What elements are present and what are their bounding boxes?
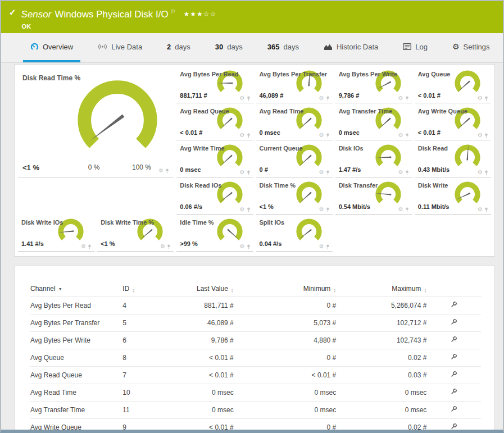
channel-row[interactable]: Avg Bytes Per Write 6 9,786 # 4,880 # 10… (30, 332, 481, 349)
tab-365-days[interactable]: 365days (260, 33, 306, 62)
gear-icon[interactable]: ⚙ (398, 95, 403, 101)
column-header-maximum[interactable]: Maximum▲▼ (336, 282, 426, 297)
tab-settings[interactable]: ⚙Settings (445, 33, 497, 62)
tab-historic-data[interactable]: Historic Data (316, 33, 385, 62)
gear-icon[interactable]: ⚙ (478, 133, 483, 138)
pin-icon[interactable] (484, 133, 488, 138)
gear-icon[interactable]: ⚙ (319, 207, 324, 212)
channel-row[interactable]: Avg Read Queue 7 < 0.01 # < 0.01 # 0.03 … (30, 367, 481, 384)
gauge-cell[interactable]: Disk Write Time % <1 % ⚙ (97, 215, 174, 252)
tab-30-days[interactable]: 30days (208, 33, 250, 62)
channel-row[interactable]: Avg Transfer Time 11 0 msec 0 msec 0 mse… (30, 402, 481, 419)
column-header-minimum[interactable]: Minimum▲▼ (234, 282, 337, 297)
gear-icon[interactable]: ⚙ (478, 207, 483, 212)
pin-icon[interactable] (326, 133, 330, 138)
gauge-title: Avg Read Queue (180, 108, 229, 115)
column-header-last-value[interactable]: Last Value▲▼ (160, 282, 234, 297)
channel-settings-wrench-icon[interactable] (450, 318, 457, 326)
gear-icon[interactable]: ⚙ (240, 170, 245, 175)
gauge-cell[interactable]: Disk Write 0.11 Mbit/s ⚙ (415, 177, 491, 215)
gear-icon[interactable]: ⚙ (398, 170, 403, 175)
gear-icon[interactable]: ⚙ (398, 207, 403, 212)
pin-icon[interactable] (247, 133, 251, 138)
prtg-window: ✓ SensorWindows Physical Disk I/O⚐★★★☆☆ … (0, 0, 504, 433)
gear-icon[interactable]: ⚙ (160, 244, 165, 249)
channel-settings-wrench-icon[interactable] (450, 336, 457, 343)
gear-icon[interactable]: ⚙ (319, 95, 324, 101)
gear-icon[interactable]: ⚙ (240, 244, 245, 249)
tab-overview[interactable]: Overview (23, 33, 80, 62)
gauge-cell[interactable]: Avg Write Time 0 msec ⚙ (176, 140, 253, 177)
gauge-cell[interactable]: Avg Bytes Per Transfer 46,089 # ⚙ (256, 66, 333, 103)
pin-icon[interactable] (247, 170, 251, 175)
gear-icon[interactable]: ⚙ (240, 207, 245, 212)
gear-icon[interactable]: ⚙ (158, 168, 164, 174)
gear-icon[interactable]: ⚙ (81, 244, 86, 249)
gauges-panel: Disk Read Time % 0 % 100 % <1 % ⚙ Avg By… (14, 64, 495, 257)
channel-row[interactable]: Avg Read Time 10 0 msec 0 msec 0 msec (30, 384, 481, 402)
gauge-cell[interactable]: Avg Bytes Per Read 881,711 # ⚙ (176, 66, 253, 103)
gear-icon[interactable]: ⚙ (319, 244, 324, 249)
channel-settings-wrench-icon[interactable] (450, 405, 457, 413)
gear-icon[interactable]: ⚙ (398, 133, 403, 138)
pin-icon[interactable] (326, 96, 330, 101)
gauge-cell[interactable]: Disk Write IOs 1.41 #/s ⚙ (18, 215, 94, 252)
channel-row[interactable]: Avg Bytes Per Read 4 881,711 # 0 # 5,266… (30, 297, 481, 315)
gauge-cell[interactable]: Disk Read IOs 0.06 #/s ⚙ (176, 177, 253, 215)
pin-icon[interactable] (484, 170, 488, 175)
gauge-main[interactable]: Disk Read Time % 0 % 100 % <1 % ⚙ (18, 66, 174, 177)
channel-minimum: 0 # (234, 419, 337, 430)
gear-icon[interactable]: ⚙ (478, 95, 483, 101)
gauge-cell[interactable]: Disk Read 0.43 Mbit/s ⚙ (415, 140, 491, 177)
gauge-cell[interactable]: Current Queue 0 # ⚙ (256, 140, 333, 177)
gear-icon[interactable]: ⚙ (240, 95, 245, 101)
gauge-cell[interactable]: Avg Queue < 0.01 # ⚙ (415, 66, 491, 103)
channel-settings-wrench-icon[interactable] (450, 371, 457, 378)
pin-icon[interactable] (165, 168, 169, 174)
pin-icon[interactable] (326, 170, 330, 175)
channel-row[interactable]: Avg Queue 8 < 0.01 # 0 # 0.02 # (30, 349, 481, 367)
channel-row[interactable]: Avg Write Queue 9 < 0.01 # 0 # 0.02 # (30, 419, 481, 430)
column-header-id[interactable]: ID▲▼ (122, 282, 160, 297)
gauge-cell[interactable]: Disk IOs 1.47 #/s ⚙ (335, 140, 412, 177)
tab-live-data[interactable]: Live Data (90, 33, 149, 62)
gear-icon[interactable]: ⚙ (240, 133, 245, 138)
gauge-cell[interactable]: Avg Write Queue < 0.01 # ⚙ (415, 103, 491, 140)
pin-icon[interactable] (247, 244, 251, 249)
gauge-cell[interactable]: Avg Read Time 0 msec ⚙ (256, 103, 333, 140)
gauge-cell[interactable]: Avg Read Queue < 0.01 # ⚙ (176, 103, 253, 140)
pin-icon[interactable] (326, 207, 330, 212)
pin-icon[interactable] (405, 170, 409, 175)
gauge-cell[interactable]: Disk Time % <1 % ⚙ (256, 177, 333, 215)
pin-icon[interactable] (405, 133, 409, 138)
tab-log[interactable]: Log (396, 33, 435, 62)
tab-2-days[interactable]: 2days (160, 33, 198, 62)
pin-icon[interactable] (326, 244, 330, 249)
gear-icon[interactable]: ⚙ (319, 170, 324, 175)
pin-icon[interactable] (405, 96, 409, 101)
channel-settings-wrench-icon[interactable] (450, 301, 457, 308)
pin-icon[interactable] (247, 207, 251, 212)
gauge-cell[interactable]: Avg Bytes Per Write 9,786 # ⚙ (335, 66, 412, 103)
gauge-cell[interactable]: Avg Transfer Time 0 msec ⚙ (335, 103, 412, 140)
gauge-cell[interactable]: Disk Transfer 0.54 Mbit/s ⚙ (335, 177, 412, 215)
gauge-cell[interactable]: Idle Time % >99 % ⚙ (176, 215, 253, 252)
pin-icon[interactable] (484, 96, 488, 101)
gear-icon[interactable]: ⚙ (478, 170, 483, 175)
channel-settings-wrench-icon[interactable] (450, 423, 457, 430)
channel-settings-wrench-icon[interactable] (450, 353, 457, 361)
channel-name: Avg Read Time (30, 384, 122, 402)
gauge-cell[interactable]: Split IOs 0.04 #/s ⚙ (256, 215, 333, 252)
gear-icon[interactable]: ⚙ (319, 133, 324, 138)
channel-settings-wrench-icon[interactable] (450, 388, 457, 395)
pin-icon[interactable] (167, 244, 171, 249)
channel-row[interactable]: Avg Bytes Per Transfer 5 46,089 # 5,073 … (30, 315, 481, 332)
flag-icon[interactable]: ⚐ (171, 8, 176, 15)
priority-stars[interactable]: ★★★☆☆ (184, 10, 217, 18)
pin-icon[interactable] (247, 96, 251, 101)
pin-icon[interactable] (405, 207, 409, 212)
pin-icon[interactable] (484, 207, 488, 212)
gauge-title: Disk Time % (260, 182, 296, 189)
column-header-channel[interactable]: Channel▼ (30, 282, 122, 297)
pin-icon[interactable] (88, 244, 92, 249)
